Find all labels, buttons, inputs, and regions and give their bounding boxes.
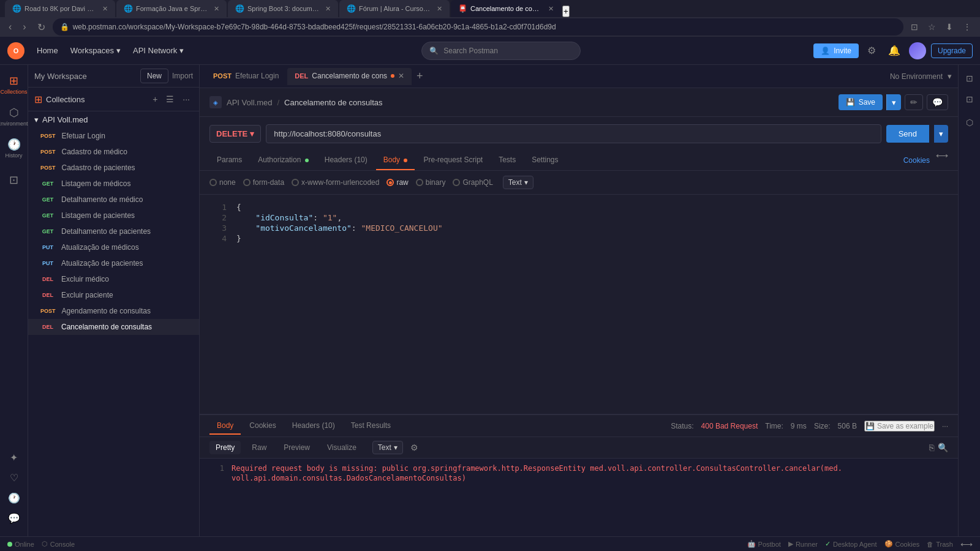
browser-tab-2[interactable]: 🌐 Formação Java e Spring B... ✕ (116, 0, 227, 17)
comment-button[interactable]: 💬 (927, 94, 948, 110)
resp-tab-test-results[interactable]: Test Results (344, 418, 398, 435)
resp-tab-cookies[interactable]: Cookies (242, 418, 283, 435)
trash-button[interactable]: 🗑 Trash (927, 541, 953, 548)
endpoint-listagem-pacientes[interactable]: GET Listagem de pacientes (28, 208, 199, 223)
right-sidebar-btn-1[interactable]: ⊡ (961, 70, 978, 87)
resp-opt-visualize[interactable]: Visualize (321, 441, 363, 454)
tab-authorization[interactable]: Authorization (251, 151, 315, 170)
extensions-btn[interactable]: ⊡ (907, 20, 922, 34)
back-button[interactable]: ‹ (5, 19, 15, 35)
forward-button[interactable]: › (19, 19, 29, 35)
nav-workspaces[interactable]: Workspaces ▾ (66, 43, 126, 58)
resp-opt-pretty[interactable]: Pretty (209, 441, 241, 454)
close-tab-5[interactable]: ✕ (548, 5, 554, 13)
radio-graphql[interactable]: GraphQL (453, 178, 492, 187)
close-tab-2[interactable]: ✕ (214, 5, 219, 13)
add-collection-btn[interactable]: + (149, 92, 160, 106)
send-button[interactable]: Send (886, 125, 929, 143)
tab-cancelamento[interactable]: DEL Cancelamento de cons ✕ (287, 68, 412, 85)
filter-btn[interactable]: ☰ (163, 92, 177, 106)
desktop-agent-item[interactable]: ✓ Desktop Agent (825, 540, 877, 548)
environment-chevron[interactable]: ▾ (948, 72, 952, 81)
heart-button[interactable]: ♡ (6, 470, 22, 486)
new-button[interactable]: New (140, 69, 168, 83)
settings-button[interactable]: ⚙ (864, 42, 880, 59)
endpoint-cadastro-medico[interactable]: POST Cadastro de médico (28, 144, 199, 160)
collection-api-vollmed[interactable]: ▾ API Voll.med (28, 111, 199, 128)
whats-new-button[interactable]: ✦ (6, 449, 21, 466)
user-avatar[interactable] (909, 42, 926, 59)
menu-btn[interactable]: ⋮ (959, 20, 975, 34)
search-response-button[interactable]: 🔍 (938, 443, 948, 452)
save-example-button[interactable]: 💾 Save as example (864, 421, 935, 432)
invite-button[interactable]: 👤 Invite (813, 43, 859, 58)
sidebar-item-mock[interactable]: ⊡ (3, 165, 25, 195)
response-format-settings[interactable]: ⚙ (410, 443, 418, 452)
more-btn[interactable]: ··· (179, 92, 193, 106)
request-body-editor[interactable]: 1 { 2 "idConsulta": "1", 3 "motivoCancel… (200, 195, 958, 414)
right-sidebar-btn-3[interactable]: ⬡ (961, 114, 978, 131)
endpoint-detalhamento-pacientes[interactable]: GET Detalhamento de pacientes (28, 223, 199, 239)
endpoint-efetuar-login[interactable]: POST Efetuar Login (28, 128, 199, 144)
add-request-tab-button[interactable]: + (413, 70, 427, 83)
address-bar[interactable]: 🔒 web.postman.co/workspace/My-Workspace-… (53, 18, 903, 36)
endpoint-cadastro-pacientes[interactable]: POST Cadastro de pacientes (28, 160, 199, 176)
nav-home[interactable]: Home (32, 43, 63, 58)
runner-item[interactable]: ▶ Runner (788, 540, 818, 548)
endpoint-cancelamento[interactable]: DEL Cancelamento de consultas (28, 319, 199, 335)
radio-raw[interactable]: raw (386, 178, 408, 187)
sidebar-item-environments[interactable]: ⬡ Environments (3, 102, 25, 131)
endpoint-detalhamento-medico[interactable]: GET Detalhamento de médico (28, 192, 199, 208)
breadcrumb-parent[interactable]: API Voll.med (227, 98, 272, 107)
endpoint-atualizacao-pacientes[interactable]: PUT Atualização de pacientes (28, 255, 199, 271)
radio-urlencoded[interactable]: x-www-form-urlencoded (292, 178, 379, 187)
close-tab-3[interactable]: ✕ (325, 5, 331, 13)
tab-pre-request[interactable]: Pre-request Script (416, 151, 490, 170)
save-dropdown-button[interactable]: ▾ (886, 94, 901, 110)
sidebar-item-history[interactable]: 🕐 History (3, 133, 25, 163)
notifications-button[interactable]: 🔔 (884, 42, 904, 59)
close-tab-4[interactable]: ✕ (437, 5, 442, 13)
recent-button[interactable]: 🕐 (4, 490, 24, 506)
resp-tab-headers[interactable]: Headers (10) (285, 418, 342, 435)
cookies-status-item[interactable]: 🍪 Cookies (884, 540, 920, 548)
format-select[interactable]: Text ▾ (503, 176, 533, 189)
response-more-btn[interactable]: ··· (942, 422, 948, 430)
browser-tab-3[interactable]: 🌐 Spring Boot 3: documente... ✕ (228, 0, 338, 17)
edit-button[interactable]: ✏ (905, 94, 923, 110)
bookmark-btn[interactable]: ☆ (924, 20, 940, 34)
endpoint-excluir-paciente[interactable]: DEL Excluir paciente (28, 287, 199, 303)
tab-headers[interactable]: Headers (10) (317, 151, 375, 170)
save-button[interactable]: 💾 Save (839, 94, 883, 110)
tab-body[interactable]: Body (376, 151, 415, 170)
reload-button[interactable]: ↻ (34, 19, 49, 36)
tab-tests[interactable]: Tests (491, 151, 523, 170)
close-tab-cancelamento[interactable]: ✕ (398, 72, 404, 80)
import-button[interactable]: Import (172, 72, 193, 80)
expand-icon[interactable]: ⟷ (936, 151, 948, 170)
endpoint-atualizacao-medicos[interactable]: PUT Atualização de médicos (28, 239, 199, 255)
cookies-link[interactable]: Cookies (903, 156, 930, 165)
resp-opt-preview[interactable]: Preview (277, 441, 316, 454)
endpoint-excluir-medico[interactable]: DEL Excluir médico (28, 271, 199, 287)
search-input[interactable]: 🔍 Search Postman (421, 42, 581, 60)
online-status[interactable]: Online (7, 541, 34, 548)
browser-tab-1[interactable]: 🌐 Road to 8K por Davi Mari... ✕ (5, 0, 115, 17)
close-tab-1[interactable]: ✕ (102, 5, 108, 13)
browser-tab-5[interactable]: 📮 Cancelamento de consul... ✕ (451, 0, 561, 17)
copy-response-button[interactable]: ⎘ (929, 443, 934, 452)
postbot-item[interactable]: 🤖 Postbot (747, 540, 781, 548)
send-dropdown-button[interactable]: ▾ (934, 125, 948, 143)
tab-settings[interactable]: Settings (524, 151, 565, 170)
console-item[interactable]: ⬡ Console (42, 540, 75, 548)
resp-tab-body[interactable]: Body (209, 418, 241, 435)
url-input[interactable] (266, 124, 881, 143)
nav-api-network[interactable]: API Network ▾ (128, 43, 189, 58)
right-sidebar-btn-2[interactable]: ⊡ (961, 91, 978, 108)
upgrade-button[interactable]: Upgrade (931, 43, 973, 58)
endpoint-listagem-medicos[interactable]: GET Listagem de médicos (28, 176, 199, 192)
radio-binary[interactable]: binary (416, 178, 446, 187)
download-btn[interactable]: ⬇ (942, 20, 957, 34)
resp-opt-raw[interactable]: Raw (246, 441, 273, 454)
browser-tab-4[interactable]: 🌐 Fórum | Alura - Cursos on... ✕ (339, 0, 450, 17)
